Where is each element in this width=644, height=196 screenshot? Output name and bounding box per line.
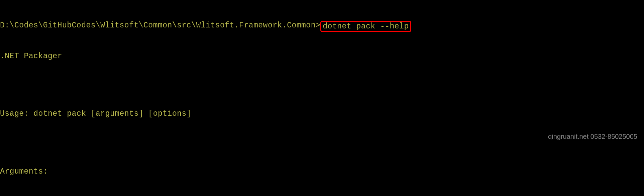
command-text: dotnet pack --help (323, 22, 409, 31)
blank-line (0, 138, 644, 148)
command-highlight: dotnet pack --help (320, 21, 411, 32)
terminal-output[interactable]: D:\Codes\GitHubCodes\Wlitsoft\Common\src… (0, 1, 644, 196)
arguments-label: Arguments: (0, 167, 644, 177)
usage-line: Usage: dotnet pack [arguments] [options] (0, 109, 644, 119)
header-line: .NET Packager (0, 52, 644, 61)
watermark-text: qingruanit.net 0532-85025005 (548, 132, 637, 141)
prompt-path: D:\Codes\GitHubCodes\Wlitsoft\Common\src… (0, 21, 320, 32)
blank-line (0, 80, 644, 90)
prompt-line: D:\Codes\GitHubCodes\Wlitsoft\Common\src… (0, 21, 644, 32)
